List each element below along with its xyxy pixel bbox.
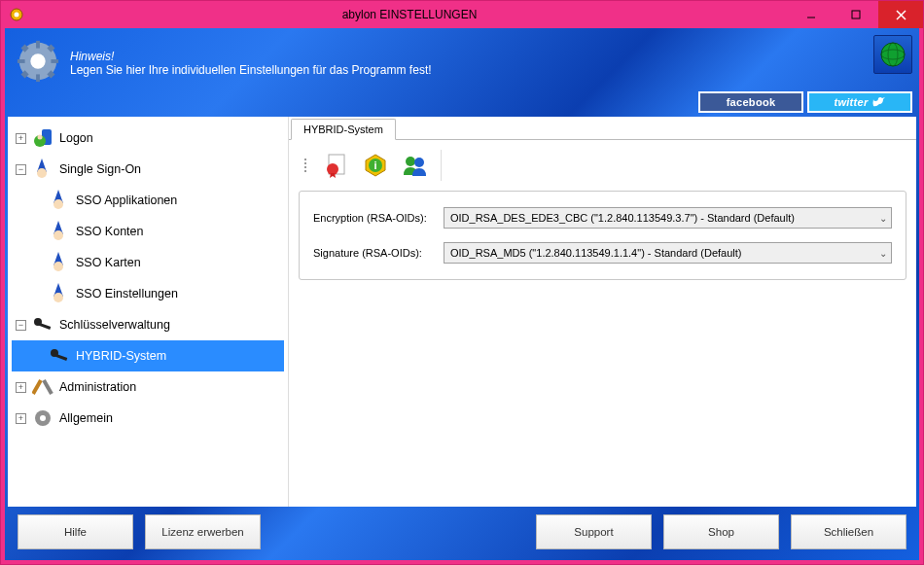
facebook-button[interactable]: facebook (698, 91, 803, 113)
app-icon (9, 7, 24, 22)
globe-button[interactable] (873, 35, 912, 74)
toolbar-separator (441, 150, 442, 181)
svg-rect-28 (42, 379, 53, 395)
signature-value: OID_RSA_MD5 ("1.2.840.113549.1.1.4") - S… (450, 247, 741, 259)
tree-label: Allgemein (59, 411, 113, 425)
minimize-button[interactable] (789, 1, 834, 28)
svg-rect-10 (51, 59, 58, 63)
tree-label: HYBRID-System (76, 349, 166, 363)
tree-item-sso-cards[interactable]: SSO Karten (12, 247, 284, 278)
settings-panel: Encryption (RSA-OIDs): OID_RSA_DES_EDE3_… (299, 191, 906, 280)
title-bar[interactable]: abylon EINSTELLUNGEN (1, 1, 923, 28)
tree-label: Schlüsselverwaltung (59, 318, 170, 332)
key-icon (32, 314, 53, 335)
tree-label: SSO Applikationen (76, 194, 177, 207)
certificate-button[interactable] (320, 149, 353, 182)
svg-point-22 (38, 135, 43, 140)
tree-label: SSO Konten (76, 225, 144, 238)
svg-point-37 (414, 158, 424, 167)
row-encryption: Encryption (RSA-OIDs): OID_RSA_DES_EDE3_… (313, 207, 892, 229)
svg-rect-24 (39, 323, 51, 330)
collapse-icon[interactable]: − (16, 320, 26, 331)
encryption-select[interactable]: OID_RSA_DES_EDE3_CBC ("1.2.840.113549.3.… (444, 207, 892, 229)
tree-item-logon[interactable]: + Logon (12, 123, 284, 154)
footer: Hilfe Lizenz erwerben Support Shop Schli… (8, 507, 916, 557)
app-window: abylon EINSTELLUNGEN (0, 0, 924, 565)
signature-select[interactable]: OID_RSA_MD5 ("1.2.840.113549.1.1.4") - S… (444, 242, 892, 264)
svg-point-30 (40, 415, 46, 421)
hint-text: Legen Sie hier Ihre individuellen Einste… (70, 63, 432, 77)
svg-rect-27 (32, 379, 43, 395)
tree-label: Logon (59, 131, 93, 145)
tab-bar: HYBRID-System (289, 117, 916, 140)
wizard-icon (49, 221, 70, 242)
wizard-icon (32, 159, 53, 180)
tools-icon (32, 376, 53, 398)
info-button[interactable]: i (359, 149, 392, 182)
expand-icon[interactable]: + (16, 413, 26, 424)
window-title: abylon EINSTELLUNGEN (30, 8, 789, 21)
tree-item-sso[interactable]: − Single Sign-On (12, 154, 284, 185)
tab-hybrid[interactable]: HYBRID-System (291, 119, 396, 140)
expand-icon[interactable]: + (16, 133, 26, 144)
tree-item-general[interactable]: + Allgemein (12, 403, 284, 434)
tree-label: Administration (59, 380, 136, 394)
encryption-label: Encryption (RSA-OIDs): (313, 212, 444, 224)
tree-item-sso-settings[interactable]: SSO Einstellungen (12, 278, 284, 309)
expand-icon[interactable]: + (16, 382, 26, 393)
support-button[interactable]: Support (536, 514, 652, 549)
gear-icon (16, 39, 60, 88)
chevron-down-icon: ⌄ (879, 248, 887, 259)
wizard-icon (49, 283, 70, 304)
twitter-button[interactable]: twitter (807, 91, 912, 113)
tree-label: SSO Karten (76, 256, 141, 269)
social-bar: facebook twitter (698, 91, 912, 113)
gear-icon (32, 407, 53, 429)
header: Hinweis! Legen Sie hier Ihre individuell… (8, 31, 916, 91)
tree-label: SSO Einstellungen (76, 287, 178, 300)
tree-item-keys[interactable]: − Schlüsselverwaltung (12, 309, 284, 340)
signature-label: Signature (RSA-OIDs): (313, 247, 444, 259)
collapse-icon[interactable]: − (16, 164, 26, 175)
close-dialog-button[interactable]: Schließen (791, 514, 906, 549)
tree-item-admin[interactable]: + Administration (12, 371, 284, 403)
nav-tree[interactable]: + Logon − Single Sign-On SSO Applikation… (8, 117, 288, 507)
toolbar: i (289, 140, 916, 191)
wizard-icon (49, 190, 70, 211)
chrome: Hinweis! Legen Sie hier Ihre individuell… (5, 28, 919, 560)
svg-rect-3 (852, 11, 860, 18)
header-text: Hinweis! Legen Sie hier Ihre individuell… (70, 50, 432, 77)
encryption-value: OID_RSA_DES_EDE3_CBC ("1.2.840.113549.3.… (450, 212, 795, 224)
svg-rect-26 (55, 354, 67, 361)
row-signature: Signature (RSA-OIDs): OID_RSA_MD5 ("1.2.… (313, 242, 892, 264)
svg-point-36 (406, 157, 415, 166)
users-button[interactable] (398, 149, 431, 182)
chevron-down-icon: ⌄ (879, 213, 887, 224)
shop-button[interactable]: Shop (663, 514, 779, 549)
svg-rect-9 (18, 59, 25, 63)
toolbar-grip[interactable] (304, 159, 310, 172)
help-button[interactable]: Hilfe (18, 514, 133, 549)
tree-item-sso-apps[interactable]: SSO Applikationen (12, 185, 284, 216)
wizard-icon (49, 252, 70, 273)
svg-point-15 (30, 53, 45, 68)
license-button[interactable]: Lizenz erwerben (145, 514, 261, 549)
key-icon (49, 345, 70, 367)
svg-rect-7 (36, 41, 40, 49)
svg-rect-8 (36, 74, 40, 82)
maximize-button[interactable] (834, 1, 878, 28)
tree-item-sso-accounts[interactable]: SSO Konten (12, 216, 284, 247)
main-panel: HYBRID-System i (288, 117, 916, 507)
content: + Logon − Single Sign-On SSO Applikation… (8, 117, 916, 507)
logon-icon (32, 127, 53, 149)
tree-label: Single Sign-On (59, 162, 141, 176)
svg-text:i: i (373, 159, 376, 171)
svg-point-1 (15, 13, 19, 18)
close-button[interactable] (878, 1, 923, 28)
hint-title: Hinweis! (70, 50, 432, 63)
tree-item-hybrid[interactable]: HYBRID-System (12, 340, 284, 371)
